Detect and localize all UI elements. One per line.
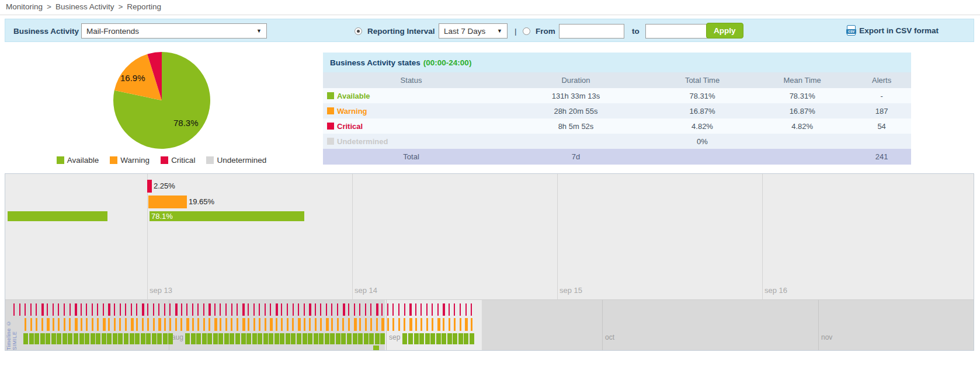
critical-tick bbox=[370, 303, 371, 316]
available-tick bbox=[442, 333, 446, 344]
pipe-separator: | bbox=[515, 27, 517, 36]
critical-tick bbox=[197, 303, 199, 316]
warning-tick bbox=[259, 318, 260, 331]
critical-tick bbox=[298, 303, 299, 316]
critical-tick bbox=[460, 303, 461, 316]
legend-item-warning: Warning bbox=[110, 156, 150, 165]
critical-tick bbox=[30, 303, 32, 316]
warning-tick bbox=[186, 318, 189, 331]
timeline-overview-band[interactable]: Timeline © SIMILE augsepoctnov bbox=[5, 299, 974, 350]
cell-duration: 28h 20m 55s bbox=[499, 107, 652, 116]
available-tick bbox=[330, 333, 335, 344]
warning-tick bbox=[404, 318, 405, 331]
available-tick bbox=[297, 333, 301, 344]
available-tick bbox=[196, 333, 201, 344]
critical-tick bbox=[354, 303, 355, 316]
status-cell: Critical bbox=[323, 122, 499, 131]
warning-tick bbox=[208, 318, 210, 331]
warning-tick bbox=[153, 318, 155, 331]
available-tick bbox=[380, 333, 385, 344]
available-tick bbox=[263, 333, 268, 344]
reporting-interval-radio[interactable] bbox=[355, 27, 362, 35]
breadcrumb-item-business-activity[interactable]: Business Activity bbox=[55, 2, 114, 11]
critical-tick bbox=[125, 303, 126, 316]
available-tick bbox=[74, 333, 78, 344]
critical-tick bbox=[108, 303, 110, 316]
available-tick bbox=[51, 333, 56, 344]
critical-tick bbox=[265, 303, 266, 316]
available-tick bbox=[375, 333, 380, 344]
critical-tick bbox=[19, 303, 20, 316]
warning-tick bbox=[41, 318, 43, 331]
available-tick bbox=[308, 333, 312, 344]
day-gridline bbox=[557, 174, 558, 300]
warning-tick bbox=[281, 318, 283, 331]
critical-tick bbox=[142, 303, 144, 316]
csv-file-icon: csv bbox=[847, 25, 856, 36]
timeline-bar-label: 78.1% bbox=[151, 212, 173, 221]
warning-tick bbox=[64, 318, 65, 331]
critical-tick bbox=[387, 303, 388, 316]
available-tick bbox=[246, 333, 251, 344]
timeline-bar-warning[interactable] bbox=[148, 196, 187, 208]
critical-tick bbox=[359, 303, 360, 316]
timeline-main-band[interactable]: sep 13sep 14sep 15sep 162.25%19.65%78.1% bbox=[5, 174, 974, 300]
available-tick bbox=[96, 333, 100, 344]
status-cell: Undetermined bbox=[323, 137, 499, 146]
timeline-bar-label: 2.25% bbox=[154, 181, 175, 190]
legend-item-critical: Critical bbox=[161, 156, 195, 165]
critical-tick bbox=[97, 303, 98, 316]
warning-tick bbox=[237, 318, 238, 331]
critical-tick bbox=[158, 303, 159, 316]
critical-tick bbox=[326, 303, 327, 316]
business-activity-select[interactable]: Mail-Frontends ▼ bbox=[81, 23, 267, 39]
available-tick bbox=[280, 333, 284, 344]
available-tick bbox=[408, 333, 413, 344]
critical-tick bbox=[13, 303, 15, 316]
critical-tick bbox=[449, 303, 450, 316]
critical-tick bbox=[69, 303, 71, 316]
reporting-interval-value: Last 7 Days bbox=[444, 27, 485, 36]
states-table: Business Activity states (00:00-24:00) S… bbox=[323, 53, 911, 165]
critical-tick bbox=[103, 303, 104, 316]
legend-swatch-warning bbox=[110, 156, 117, 164]
timeline-bar-critical[interactable] bbox=[147, 180, 152, 193]
breadcrumb-item-reporting[interactable]: Reporting bbox=[127, 2, 161, 11]
critical-tick bbox=[47, 303, 48, 316]
critical-tick bbox=[398, 303, 399, 316]
warning-tick bbox=[381, 318, 384, 331]
table-row-critical: Critical8h 5m 52s4.82%4.82%54 bbox=[323, 118, 911, 134]
to-date-input[interactable] bbox=[645, 24, 711, 39]
available-tick bbox=[185, 333, 190, 344]
column-header-status: Status bbox=[323, 76, 499, 85]
available-tick bbox=[314, 333, 318, 344]
available-tick bbox=[202, 333, 207, 344]
warning-tick bbox=[449, 318, 450, 331]
available-tick bbox=[364, 333, 369, 344]
cell-duration: 8h 5m 52s bbox=[499, 122, 652, 131]
export-csv-link[interactable]: csv Export in CSV format bbox=[847, 25, 939, 36]
critical-tick bbox=[164, 303, 165, 316]
timeline-bar-available[interactable] bbox=[8, 211, 107, 221]
warning-tick bbox=[53, 318, 54, 331]
available-tick bbox=[62, 333, 67, 344]
reporting-interval-select[interactable]: Last 7 Days ▼ bbox=[439, 23, 508, 39]
warning-tick bbox=[309, 318, 311, 331]
warning-tick bbox=[426, 318, 428, 331]
from-date-input[interactable] bbox=[559, 24, 624, 39]
apply-button[interactable]: Apply bbox=[706, 23, 743, 39]
chevron-down-icon: ▼ bbox=[497, 28, 502, 34]
month-label: aug bbox=[172, 333, 183, 341]
critical-tick bbox=[242, 303, 245, 316]
total-label: Total bbox=[323, 152, 499, 161]
critical-tick bbox=[365, 303, 366, 316]
warning-tick bbox=[265, 318, 266, 331]
custom-range-radio[interactable] bbox=[523, 27, 530, 35]
critical-tick bbox=[175, 303, 178, 316]
available-tick bbox=[425, 333, 430, 344]
business-activity-value: Mail-Frontends bbox=[86, 27, 139, 36]
warning-tick bbox=[97, 318, 99, 331]
warning-tick bbox=[214, 318, 217, 331]
warning-tick bbox=[25, 318, 26, 331]
breadcrumb-item-monitoring[interactable]: Monitoring bbox=[6, 2, 43, 11]
